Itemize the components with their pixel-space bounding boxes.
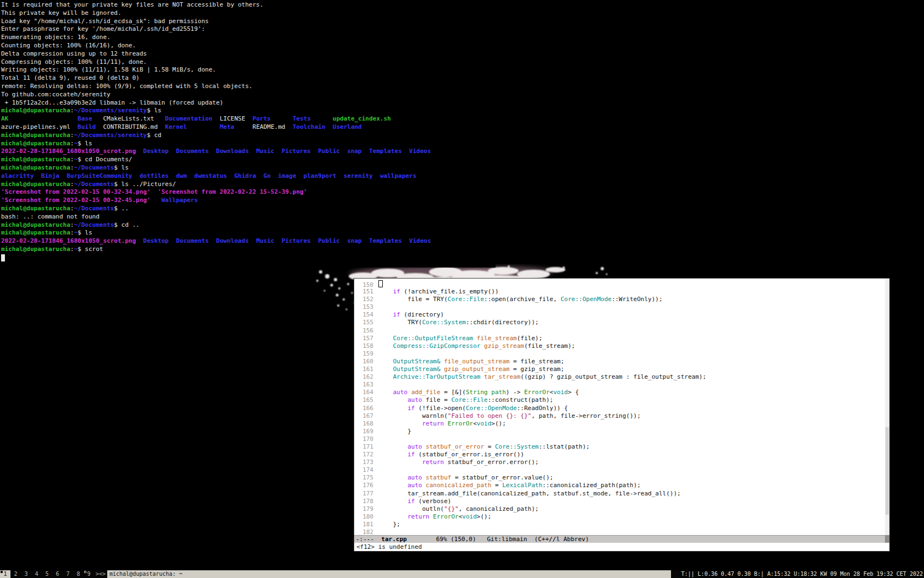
- editor-code-line[interactable]: 181 };: [354, 521, 885, 528]
- editor-code-line[interactable]: 179 outln("{}", canonicalized_path);: [354, 505, 885, 513]
- workspace-tag-3[interactable]: 3: [21, 570, 31, 578]
- editor-code-line[interactable]: 168 return ErrorOr<void>();: [354, 420, 885, 428]
- editor-code-line[interactable]: 180 return ErrorOr<void>();: [354, 513, 885, 521]
- editor-code-line[interactable]: 164 auto add_file = [&](String path) -> …: [354, 389, 885, 396]
- editor-code-line[interactable]: 175 auto statbuf = statbuf_or_error.valu…: [354, 474, 885, 482]
- terminal-line: michal@dupastarucha:~/Documents$ ls: [1, 164, 496, 172]
- terminal-line: Compressing objects: 100% (11/11), done.: [1, 58, 496, 67]
- editor-code-line[interactable]: 165 auto file = Core::File::construct(pa…: [354, 396, 885, 404]
- workspace-tag-9[interactable]: 9: [84, 570, 94, 578]
- editor-code-line[interactable]: 155 TRY(Core::System::chdir(directory));: [354, 319, 885, 326]
- line-number: 151: [354, 288, 378, 296]
- terminal-line: 'Screenshot from 2022-02-15 00-32-34.png…: [1, 188, 496, 197]
- terminal-line: It is required that your private key fil…: [1, 1, 496, 9]
- line-number: 168: [354, 420, 378, 428]
- editor-code-line[interactable]: 157 Core::OutputFileStream file_stream(f…: [354, 335, 885, 342]
- editor-code-line[interactable]: 174: [354, 466, 885, 474]
- terminal-line: Total 11 (delta 9), reused 0 (delta 0): [1, 74, 496, 83]
- editor-code-line[interactable]: 176 auto canonicalized_path = LexicalPat…: [354, 482, 885, 489]
- workspace-tag-1[interactable]: 1: [0, 570, 10, 578]
- focused-window-title[interactable]: michal@dupastarucha: ~: [107, 570, 671, 578]
- editor-code-line[interactable]: 170: [354, 435, 885, 443]
- editor-code-line[interactable]: 178 if (verbose): [354, 498, 885, 505]
- editor-code-line[interactable]: 150: [354, 280, 885, 288]
- editor-code-line[interactable]: 172 if (statbuf_or_error.is_error()): [354, 451, 885, 459]
- tag-client-indicator: [84, 571, 86, 573]
- line-number: 164: [354, 389, 378, 396]
- editor-scrollbar[interactable]: [885, 279, 889, 535]
- workspace-tag-6[interactable]: 6: [52, 570, 63, 578]
- terminal-line: alacritty Binja BurpSuiteCommunity dotfi…: [1, 172, 496, 181]
- terminal-line: michal@dupastarucha:~/Documents$ ls ../P…: [1, 181, 496, 189]
- editor-code-area[interactable]: 150151 if (!archive_file.is_empty())152 …: [354, 279, 885, 535]
- editor-code-line[interactable]: 169 }: [354, 428, 885, 435]
- line-number: 177: [354, 490, 378, 498]
- terminal-line: michal@dupastarucha:~$ cd Documents/: [1, 156, 496, 164]
- tag-client-indicator: [1, 571, 3, 573]
- line-number: 159: [354, 350, 378, 358]
- line-number: 176: [354, 482, 378, 489]
- terminal-line: Enumerating objects: 16, done.: [1, 34, 496, 42]
- modeline-info: 69% (150,0) Git:libmain (C++//l Abbrev): [407, 536, 589, 543]
- terminal-line: Enter passphrase for key '/home/michal/.…: [1, 25, 496, 34]
- line-number: 178: [354, 498, 378, 505]
- editor-code-line[interactable]: 163: [354, 381, 885, 389]
- line-number: 154: [354, 311, 378, 319]
- tag-label: 1: [3, 571, 7, 577]
- terminal-line: michal@dupastarucha:~/Documents$ ..: [1, 205, 496, 213]
- line-number: 181: [354, 521, 378, 528]
- editor-code-line[interactable]: 158 Compress::GzipCompressor gzip_stream…: [354, 342, 885, 350]
- editor-code-line[interactable]: 171 auto statbuf_or_error = Core::System…: [354, 443, 885, 451]
- editor-code-line[interactable]: 154 if (directory): [354, 311, 885, 319]
- layout-symbol[interactable]: ><>: [94, 570, 107, 578]
- tag-label: 5: [45, 571, 48, 577]
- terminal-cursor: [1, 254, 5, 261]
- terminal-line: 2022-02-28-171846_1680x1050_scrot.png De…: [1, 148, 496, 156]
- tag-label: 8: [76, 571, 80, 577]
- editor-code-line[interactable]: 167 warnln("Failed to open {}: {}", path…: [354, 412, 885, 420]
- terminal-line: 2022-02-28-171846_1680x1050_scrot.png De…: [1, 237, 496, 246]
- desktop: It is required that your private key fil…: [0, 0, 924, 578]
- workspace-tag-8[interactable]: 8: [73, 570, 84, 578]
- editor-minibuffer[interactable]: <f12> is undefined: [354, 543, 889, 551]
- editor-code-line[interactable]: 182: [354, 528, 885, 535]
- workspace-tag-7[interactable]: 7: [63, 570, 73, 578]
- terminal-line: remote: Resolving deltas: 100% (9/9), co…: [1, 83, 496, 91]
- line-number: 158: [354, 342, 378, 350]
- modeline-prefix: -:---: [356, 536, 381, 543]
- editor-code-line[interactable]: 173 return statbuf_or_error.error();: [354, 459, 885, 466]
- editor-code-line[interactable]: 177 tar_stream.add_file(canonicalized_pa…: [354, 490, 885, 498]
- terminal-window[interactable]: It is required that your private key fil…: [0, 0, 496, 268]
- terminal-line: michal@dupastarucha:~/Documents$ cd ..: [1, 221, 496, 230]
- editor-code-line[interactable]: 160 OutputStream& file_output_stream = f…: [354, 358, 885, 366]
- editor-code-line[interactable]: 156: [354, 327, 885, 335]
- terminal-line: Delta compression using up to 12 threads: [1, 50, 496, 58]
- editor-code-line[interactable]: 162 Archive::TarOutputStream tar_stream(…: [354, 373, 885, 381]
- workspace-tag-5[interactable]: 5: [42, 570, 52, 578]
- workspace-tag-4[interactable]: 4: [31, 570, 42, 578]
- terminal-line: michal@dupastarucha:~$ scrot: [1, 246, 496, 254]
- line-number: 165: [354, 396, 378, 404]
- line-number: 180: [354, 513, 378, 521]
- editor-code-line[interactable]: 152 file = TRY(Core::File::open(archive_…: [354, 296, 885, 303]
- editor-window[interactable]: 150151 if (!archive_file.is_empty())152 …: [354, 278, 890, 552]
- editor-code-line[interactable]: 153: [354, 303, 885, 311]
- line-number: 161: [354, 366, 378, 373]
- terminal-line: michal@dupastarucha:~/Documents/serenity…: [1, 132, 496, 140]
- terminal-line: michal@dupastarucha:~/Documents/serenity…: [1, 107, 496, 115]
- status-text: T:|| L:0.36 0.47 0.30 B:| A:15:32 U:18:3…: [671, 570, 924, 578]
- editor-scrollbar-thumb[interactable]: [886, 427, 889, 514]
- tag-label: 9: [87, 571, 90, 577]
- editor-code-line[interactable]: 159: [354, 350, 885, 358]
- line-number: 155: [354, 319, 378, 326]
- terminal-line: Writing objects: 100% (11/11), 1.58 KiB …: [1, 66, 496, 74]
- workspace-tag-2[interactable]: 2: [10, 570, 21, 578]
- line-number: 167: [354, 412, 378, 420]
- terminal-line: 'Screenshot from 2022-02-15 00-32-45.png…: [1, 197, 496, 205]
- editor-code-line[interactable]: 161 OutputStream& gzip_output_stream = g…: [354, 366, 885, 373]
- terminal-line: bash: ..: command not found: [1, 213, 496, 221]
- editor-code-line[interactable]: 151 if (!archive_file.is_empty()): [354, 288, 885, 296]
- editor-cursor: [378, 280, 383, 287]
- editor-code-line[interactable]: 166 if (!file->open(Core::OpenMode::Read…: [354, 405, 885, 412]
- tag-label: 6: [56, 571, 59, 577]
